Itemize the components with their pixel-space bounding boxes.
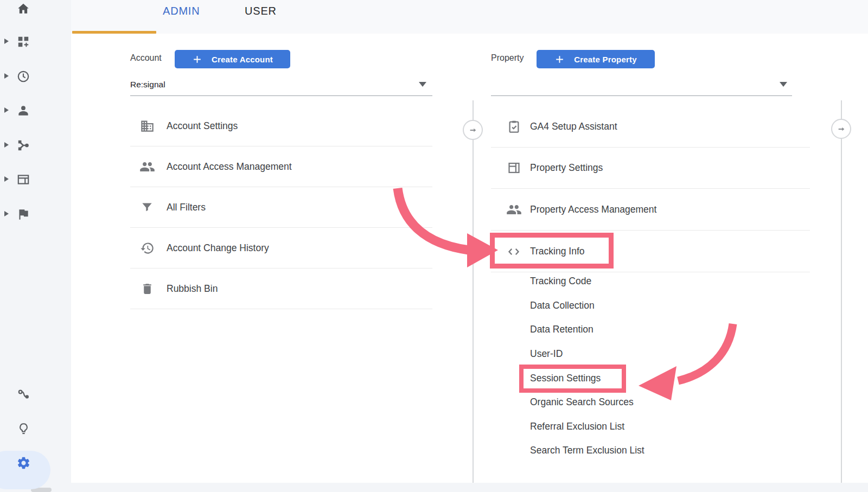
expand-caret-customization[interactable] (4, 39, 9, 44)
menu-item-label: Account Change History (167, 242, 269, 254)
admin-user-tabstrip: ADMIN USER (71, 0, 868, 34)
behavior-layout-icon[interactable] (16, 172, 31, 187)
expand-caret-conversions[interactable] (4, 211, 9, 216)
tracking-subitem-data-retention[interactable]: Data Retention (530, 323, 593, 335)
menu-item-label: Property Access Management (530, 204, 656, 215)
annotation-box-tracking-info (490, 233, 614, 269)
column-divider (473, 100, 474, 483)
acquisition-network-icon[interactable] (16, 138, 31, 153)
account-menu-item-access-management[interactable]: Account Access Management (130, 146, 432, 187)
create-account-button[interactable]: Create Account (175, 50, 290, 68)
tracking-subitem-referral-exclusion-list[interactable]: Referral Exclusion List (530, 420, 624, 432)
menu-item-label: GA4 Setup Assistant (530, 121, 617, 132)
tracking-subitem-data-collection[interactable]: Data Collection (530, 299, 595, 311)
property-menu-item-property-settings[interactable]: Property Settings (491, 148, 810, 189)
tab-user[interactable]: USER (245, 5, 277, 17)
history-icon (139, 241, 155, 255)
menu-item-label: Property Settings (530, 162, 603, 174)
tracking-subitem-tracking-code[interactable]: Tracking Code (530, 275, 591, 287)
account-menu-item-rubbish-bin[interactable]: Rubbish Bin (130, 269, 432, 309)
account-selector-underline (130, 95, 432, 96)
people-group-icon (506, 202, 522, 218)
column-swap-arrow-button[interactable] (463, 120, 483, 140)
property-selector-underline (491, 95, 792, 96)
menu-item-label: All Filters (167, 202, 206, 213)
menu-item-label: Account Settings (167, 120, 238, 132)
menu-item-label: Account Access Management (167, 161, 292, 172)
account-menu-item-all-filters[interactable]: All Filters (130, 187, 432, 228)
create-account-label: Create Account (212, 55, 273, 64)
arrow-right-icon (837, 125, 846, 133)
tracking-subitem-user-id[interactable]: User-ID (530, 348, 563, 360)
property-menu-item-ga4-setup-assistant[interactable]: GA4 Setup Assistant (491, 106, 810, 148)
conversions-flag-icon[interactable] (16, 207, 31, 222)
plus-icon (192, 54, 202, 65)
tab-admin[interactable]: ADMIN (163, 5, 200, 17)
annotation-box-session-settings (519, 365, 626, 393)
tracking-subitem-search-term-exclusion-list[interactable]: Search Term Exclusion List (530, 444, 644, 456)
people-group-icon (139, 159, 155, 175)
audience-person-icon[interactable] (16, 103, 31, 118)
plus-icon (554, 54, 565, 65)
create-property-label: Create Property (574, 55, 637, 64)
home-icon[interactable] (16, 1, 31, 16)
menu-item-label: Rubbish Bin (167, 283, 218, 295)
trash-icon (139, 282, 155, 296)
expand-caret-behaviour[interactable] (4, 176, 9, 182)
discover-lightbulb-icon[interactable] (16, 421, 31, 436)
customization-grid-icon[interactable] (16, 34, 31, 49)
admin-gear-icon[interactable] (16, 455, 31, 470)
filter-funnel-icon (139, 200, 155, 214)
column-swap-arrow-button-right[interactable] (831, 119, 851, 139)
property-selector-caret-icon[interactable] (780, 82, 787, 87)
arrow-right-icon (469, 126, 477, 135)
expand-caret-audience[interactable] (4, 107, 9, 113)
tracking-subitem-organic-search-sources[interactable]: Organic Search Sources (530, 396, 634, 408)
realtime-clock-icon[interactable] (16, 69, 31, 84)
clipboard-check-icon (506, 119, 522, 134)
account-selector-value[interactable]: Re:signal (130, 80, 165, 90)
expand-caret-realtime[interactable] (4, 73, 9, 79)
bottom-strip (0, 483, 868, 492)
attribution-route-icon[interactable] (16, 387, 31, 402)
account-selector-caret-icon[interactable] (419, 82, 426, 87)
column-divider-right (841, 100, 842, 483)
web-asset-icon (506, 161, 522, 175)
property-menu-item-access-management[interactable]: Property Access Management (491, 189, 810, 231)
property-column-label: Property (491, 53, 524, 63)
building-icon (139, 119, 155, 133)
account-menu-item-change-history[interactable]: Account Change History (130, 228, 432, 269)
expand-caret-acquisition[interactable] (4, 142, 9, 148)
account-column-label: Account (130, 53, 162, 63)
account-menu-item-account-settings[interactable]: Account Settings (130, 106, 432, 146)
create-property-button[interactable]: Create Property (537, 50, 655, 68)
left-nav-sidebar (0, 0, 71, 483)
